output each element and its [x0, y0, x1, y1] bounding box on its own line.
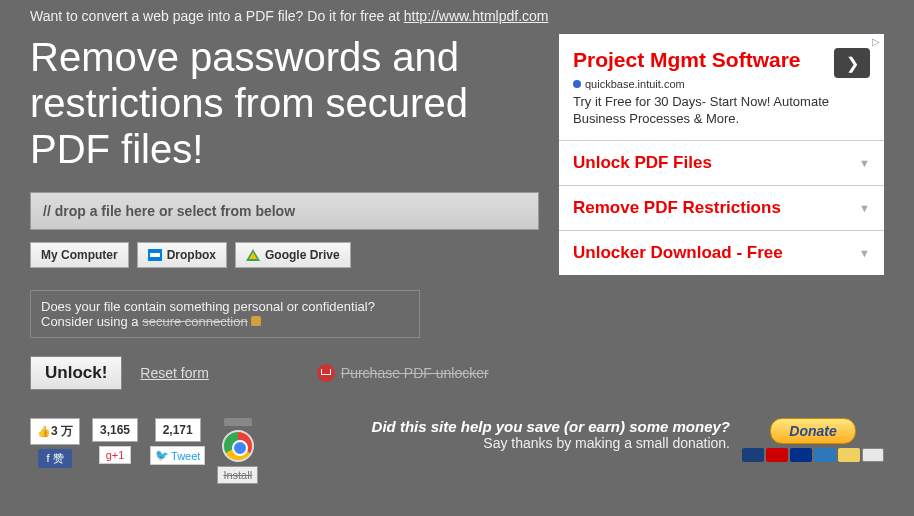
- promo-text: Want to convert a web page into a PDF fi…: [30, 8, 404, 24]
- card-icon: [838, 448, 860, 462]
- card-icon: [790, 448, 812, 462]
- donate-subtext: Say thanks by making a small donation.: [372, 435, 730, 451]
- reset-form-link[interactable]: Reset form: [140, 365, 208, 381]
- card-icon: [814, 448, 836, 462]
- promo-link[interactable]: http://www.htmlpdf.com: [404, 8, 549, 24]
- unlock-button[interactable]: Unlock!: [30, 356, 122, 390]
- ad-title[interactable]: Project Mgmt Software: [573, 48, 870, 72]
- payment-cards: [742, 448, 884, 462]
- ad-link-2[interactable]: Remove PDF Restrictions▼: [559, 185, 884, 230]
- google-plus-widget[interactable]: 3,165 g+1: [92, 418, 138, 464]
- ad-description: Try it Free for 30 Days- Start Now! Auto…: [559, 94, 884, 140]
- cart-icon: [317, 364, 335, 382]
- chevron-down-icon: ▼: [859, 157, 870, 169]
- thumbs-up-icon: 👍: [37, 425, 51, 437]
- chrome-extension-widget[interactable]: Install: [217, 418, 258, 484]
- my-computer-button[interactable]: My Computer: [30, 242, 129, 268]
- ad-domain: quickbase.intuit.com: [559, 78, 884, 94]
- card-icon: [742, 448, 764, 462]
- confidential-notice: Does your file contain something persona…: [30, 290, 420, 338]
- chevron-down-icon: ▼: [859, 247, 870, 259]
- secure-connection-link[interactable]: secure connection: [142, 314, 248, 329]
- twitter-widget[interactable]: 2,171 🐦Tweet: [150, 418, 205, 465]
- page-headline: Remove passwords and restrictions from s…: [30, 34, 539, 172]
- dot-icon: [573, 80, 581, 88]
- facebook-widget[interactable]: 👍3 万 f 赞: [30, 418, 80, 468]
- card-icon: [766, 448, 788, 462]
- twitter-icon: 🐦: [155, 449, 169, 462]
- google-drive-button[interactable]: Google Drive: [235, 242, 351, 268]
- ad-container: ▷ Project Mgmt Software ❯ quickbase.intu…: [559, 34, 884, 275]
- file-drop-zone[interactable]: // drop a file here or select from below: [30, 192, 539, 230]
- promo-banner: Want to convert a web page into a PDF fi…: [30, 8, 884, 24]
- donate-button[interactable]: Donate: [770, 418, 855, 444]
- purchase-unlocker-link[interactable]: Purchase PDF unlocker: [317, 364, 489, 382]
- card-icon: [862, 448, 884, 462]
- suitcase-icon: [224, 418, 252, 426]
- google-drive-icon: [246, 249, 260, 261]
- tweet-button[interactable]: 🐦Tweet: [150, 446, 205, 465]
- adchoices-icon[interactable]: ▷: [872, 36, 880, 47]
- ad-link-3[interactable]: Unlocker Download - Free▼: [559, 230, 884, 275]
- dropbox-button[interactable]: Dropbox: [137, 242, 227, 268]
- install-button[interactable]: Install: [217, 466, 258, 484]
- google-plus-button[interactable]: g+1: [99, 446, 132, 464]
- chrome-icon: [222, 430, 254, 462]
- lock-icon: [251, 316, 261, 326]
- dropbox-icon: [148, 249, 162, 261]
- ad-link-1[interactable]: Unlock PDF Files▼: [559, 140, 884, 185]
- chevron-down-icon: ▼: [859, 202, 870, 214]
- donate-question: Did this site help you save (or earn) so…: [372, 418, 730, 435]
- facebook-like-button[interactable]: f 赞: [38, 449, 71, 468]
- ad-arrow-button[interactable]: ❯: [834, 48, 870, 78]
